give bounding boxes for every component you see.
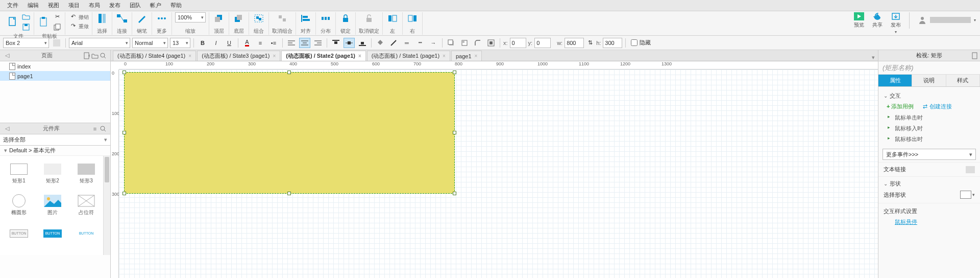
menu-team[interactable]: 团队 — [126, 1, 145, 10]
add-page-icon[interactable] — [83, 52, 91, 60]
text-link-button[interactable] — [966, 166, 975, 173]
widget-image[interactable]: 图片 — [36, 190, 69, 221]
resize-handle-n[interactable] — [287, 71, 291, 74]
select-mode-icon[interactable] — [95, 12, 109, 25]
valign-middle-button[interactable] — [344, 38, 355, 48]
shadow-outer-button[interactable] — [446, 38, 457, 48]
dock-right-icon[interactable] — [406, 12, 419, 25]
line-style-button[interactable]: ┅ — [414, 38, 426, 48]
undo-icon[interactable]: ↶ — [68, 12, 78, 21]
ruler-horizontal[interactable]: 0100200300400500600700800900100011001200… — [119, 61, 878, 70]
canvas[interactable] — [119, 70, 878, 278]
resize-handle-e[interactable] — [453, 131, 456, 134]
padding-button[interactable] — [485, 38, 497, 48]
paste-icon[interactable] — [37, 16, 51, 28]
event-mouseenter[interactable]: 鼠标移入时 — [884, 123, 975, 134]
search-pages-icon[interactable] — [99, 52, 107, 60]
close-icon[interactable]: × — [443, 53, 446, 59]
align-center-button[interactable] — [299, 38, 310, 48]
align-left-button[interactable] — [286, 38, 297, 48]
tab-state1[interactable]: (动态面板) / State1 (page1)× — [367, 51, 450, 61]
widget-button2[interactable]: BUTTON — [36, 221, 69, 253]
cut-icon[interactable]: ✂ — [53, 12, 62, 21]
w-input[interactable] — [565, 38, 584, 48]
search-lib-icon[interactable] — [99, 125, 107, 133]
collapse-lib-icon[interactable]: ◁ — [3, 125, 11, 133]
underline-button[interactable]: U — [224, 38, 235, 48]
menu-view[interactable]: 视图 — [44, 1, 63, 10]
collapse-icon[interactable]: ◁ — [3, 52, 11, 60]
h-input[interactable] — [603, 38, 622, 48]
library-selector[interactable]: 选择全部▾ — [0, 134, 110, 146]
valign-bottom-button[interactable] — [357, 38, 368, 48]
italic-button[interactable]: I — [210, 38, 222, 48]
tab-state2[interactable]: (动态面板) / State2 (page1)× — [281, 51, 366, 61]
font-weight-select[interactable]: Normal — [132, 38, 168, 48]
align-right-button[interactable] — [312, 38, 324, 48]
valign-top-button[interactable] — [330, 38, 341, 48]
add-case-link[interactable]: 添加用例 — [887, 103, 914, 110]
redo-icon[interactable]: ↷ — [68, 21, 78, 31]
tab-state3[interactable]: (动态面板) / State3 (page1)× — [197, 51, 280, 61]
ungroup-icon[interactable] — [276, 12, 289, 25]
dock-left-icon[interactable] — [386, 12, 399, 25]
menu-edit[interactable]: 编辑 — [23, 1, 43, 10]
tab-style[interactable]: 样式 — [946, 75, 980, 86]
open-icon[interactable] — [21, 12, 31, 21]
fill-color-button[interactable] — [375, 38, 386, 48]
style-hover-link[interactable]: 鼠标悬停 — [884, 217, 975, 227]
bold-button[interactable]: B — [197, 38, 208, 48]
resize-handle-sw[interactable] — [122, 192, 126, 195]
page-item-page1[interactable]: page1 — [0, 71, 110, 81]
resize-handle-nw[interactable] — [122, 71, 126, 74]
widget-button3[interactable]: BUTTON — [69, 221, 103, 253]
font-size-select[interactable]: 13 — [170, 38, 190, 48]
lock-aspect-icon[interactable]: ⇅ — [586, 38, 594, 48]
lock-icon[interactable] — [339, 12, 352, 25]
widget-button1[interactable]: BUTTON — [2, 221, 36, 253]
resize-handle-w[interactable] — [122, 131, 126, 134]
corner-radius-button[interactable] — [472, 38, 483, 48]
tab-state4[interactable]: (动态面板) / State4 (page1)× — [113, 51, 196, 61]
line-spacing-button[interactable]: ≡ — [255, 38, 266, 48]
widget-scrollbar[interactable] — [103, 156, 110, 255]
font-color-button[interactable]: A — [241, 38, 253, 48]
widget-rect3[interactable]: 矩形3 — [69, 158, 103, 190]
event-click[interactable]: 鼠标单击时 — [884, 112, 975, 123]
shape-picker[interactable]: ▾ — [960, 191, 975, 199]
page-item-index[interactable]: index — [0, 61, 110, 71]
y-input[interactable] — [534, 38, 551, 48]
widget-rect1[interactable]: 矩形1 — [2, 158, 36, 190]
event-mouseleave[interactable]: 鼠标移出时 — [884, 134, 975, 145]
unlock-icon[interactable] — [362, 12, 376, 25]
more-events-select[interactable]: 更多事件>>> — [883, 149, 976, 160]
widget-ellipse[interactable]: 椭圆形 — [2, 190, 36, 221]
shape-type-select[interactable]: Box 2 — [3, 38, 49, 48]
tab-notes[interactable]: 说明 — [912, 75, 946, 86]
widget-rect2[interactable]: 矩形2 — [36, 158, 69, 190]
connect-icon[interactable] — [115, 12, 129, 25]
user-account[interactable]: ▾ — [918, 15, 976, 25]
library-category[interactable]: ▾Default > 基本元件 — [0, 146, 110, 156]
pen-icon[interactable] — [135, 12, 149, 25]
menu-help[interactable]: 帮助 — [166, 1, 186, 10]
close-icon[interactable]: × — [273, 53, 276, 59]
create-link-link[interactable]: 创建连接 — [923, 103, 951, 110]
close-icon[interactable]: × — [358, 53, 361, 59]
resize-handle-s[interactable] — [287, 192, 291, 195]
section-shape[interactable]: 形状 — [884, 179, 975, 189]
notes-icon[interactable] — [972, 52, 978, 59]
align-icon[interactable] — [299, 12, 312, 25]
bring-front-icon[interactable] — [212, 12, 226, 25]
send-back-icon[interactable] — [232, 12, 246, 25]
close-icon[interactable]: × — [475, 53, 478, 59]
shape-name-input[interactable]: (矩形名称) — [878, 61, 980, 75]
menu-publish[interactable]: 发布 — [105, 1, 125, 10]
zoom-select[interactable]: 100% — [175, 12, 206, 22]
menu-layout[interactable]: 布局 — [85, 1, 104, 10]
line-width-button[interactable]: ═ — [401, 38, 412, 48]
share-button[interactable]: 共享 — [872, 12, 883, 29]
tab-page1[interactable]: page1× — [451, 51, 482, 61]
menu-file[interactable]: 文件 — [3, 1, 22, 10]
group-icon[interactable] — [252, 12, 265, 25]
